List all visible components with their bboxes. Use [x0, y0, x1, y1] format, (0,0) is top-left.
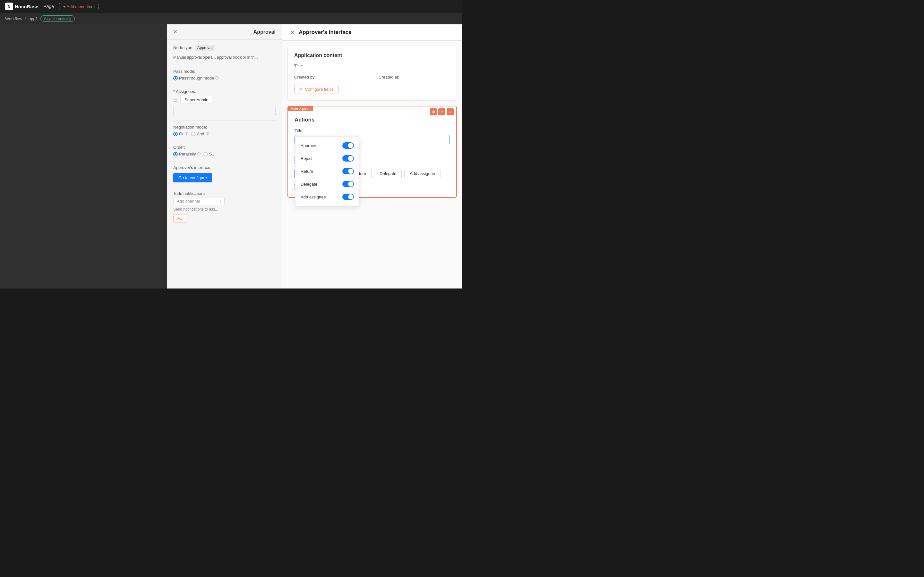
- add-channel-select[interactable]: Add channel ▾: [173, 197, 225, 205]
- divider-3: [173, 121, 276, 121]
- dropdown-return-label: Return: [300, 169, 313, 174]
- add-menu-button[interactable]: + Add menu item: [59, 3, 99, 10]
- order-s-item: S...: [204, 152, 216, 156]
- toggle-reject[interactable]: [342, 155, 354, 161]
- created-at-col: Created at: [379, 75, 450, 81]
- drag-handle[interactable]: ☰: [173, 97, 178, 103]
- breadcrumb-app1[interactable]: app1: [29, 16, 38, 21]
- negotiation-or-label: Or: [179, 131, 184, 136]
- negotiation-mode-label: Negotiation mode:: [173, 125, 276, 129]
- logo-icon: N: [5, 3, 13, 10]
- pass-mode-radio-item: Passthrough mode ⓘ: [173, 76, 219, 81]
- dropdown-approve-label: Approve: [300, 143, 316, 148]
- logo: N NocoBase: [5, 3, 38, 10]
- title-field-row: Title: [294, 63, 450, 68]
- order-parallelly-label: Parallelly: [179, 152, 196, 156]
- assignees-row-container: * Assignees: ☰ Super Admin: [173, 89, 276, 116]
- card-toolbar: ⊞ + ≡: [430, 108, 454, 115]
- created-by-label: Created by: [294, 75, 366, 79]
- approval-panel-body: Node type: Approval Manual approval oper…: [167, 40, 282, 232]
- approver-interface-label: Approver's interface:: [173, 165, 276, 170]
- go-configure-button[interactable]: Go to configure: [173, 173, 212, 182]
- assignees-input[interactable]: [173, 106, 276, 116]
- negotiation-and-radio[interactable]: [191, 132, 195, 136]
- negotiation-or-item: Or ⓘ: [173, 131, 188, 136]
- pass-mode-label: Pass mode:: [173, 69, 276, 74]
- node-type-label: Node type:: [173, 45, 194, 50]
- pass-mode-radio[interactable]: [173, 76, 178, 81]
- description-text: Manual approval opera... approval block …: [173, 55, 276, 60]
- configure-fields-label: Configure fields: [305, 87, 334, 92]
- toolbar-add-button[interactable]: +: [438, 108, 445, 115]
- order-parallelly-radio[interactable]: [173, 152, 178, 156]
- order-parallelly-item: Parallelly ⓘ: [173, 152, 201, 156]
- toggle-add-assignee[interactable]: [342, 193, 354, 200]
- main-layout: ✕ Approval Node type: Approval Manual ap…: [0, 24, 462, 288]
- assignees-row: ☰ Super Admin: [173, 96, 276, 104]
- top-nav: N NocoBase Page + Add menu item: [0, 0, 462, 13]
- pass-mode-radio-group: Passthrough mode ⓘ: [173, 76, 276, 81]
- order-s-radio[interactable]: [204, 152, 208, 156]
- negotiation-or-radio[interactable]: [173, 132, 178, 136]
- created-row: Created by Created at: [294, 75, 450, 81]
- actions-dropdown-popup: Approve Reject Return Delegate Add assig…: [295, 136, 359, 206]
- dropdown-item-delegate: Delegate: [296, 177, 359, 190]
- negotiation-mode-row: Negotiation mode: Or ⓘ And ⓘ: [173, 125, 276, 136]
- pass-mode-row: Pass mode: Passthrough mode ⓘ: [173, 69, 276, 81]
- gear-icon: ⚙: [299, 87, 303, 92]
- created-at-label: Created at: [379, 75, 450, 79]
- notify-text: Send notifications to ass...: [173, 207, 276, 211]
- breadcrumb-bar: Workflow / app1 Asynchronously: [0, 13, 462, 24]
- breadcrumb-workflow[interactable]: Workflow: [5, 16, 22, 21]
- toolbar-grid-button[interactable]: ⊞: [430, 108, 437, 115]
- toggle-return[interactable]: [342, 168, 354, 174]
- order-label: Order:: [173, 145, 276, 150]
- add-button[interactable]: A...: [173, 214, 187, 222]
- node-type-row: Node type: Approval: [173, 45, 276, 50]
- application-content-title: Application content: [294, 53, 450, 58]
- add-assignee-button[interactable]: Add assignee: [404, 169, 441, 178]
- assignee-tag: Super Admin: [180, 96, 212, 104]
- divider-4: [173, 141, 276, 141]
- approver-interface-panel: ✕ Approver's interface Application conte…: [282, 24, 462, 288]
- actions-section: Main > posts ⊞ + ≡ Actions Title ⚙ Confi…: [282, 106, 462, 203]
- title-field-label: Title: [294, 63, 450, 68]
- delegate-button[interactable]: Delegate: [374, 169, 402, 178]
- add-channel-placeholder: Add channel: [177, 199, 200, 203]
- assignees-label: * Assignees:: [173, 89, 276, 94]
- actions-title: Actions: [294, 117, 450, 123]
- dropdown-add-assignee-label: Add assignee: [300, 195, 326, 199]
- breadcrumb-separator: /: [25, 16, 26, 21]
- application-content-card: Application content Title Created by Cre…: [288, 46, 457, 101]
- logo-text: NocoBase: [15, 4, 38, 9]
- info-icon-and[interactable]: ⓘ: [206, 131, 209, 136]
- approver-interface-row: Approver's interface: Go to configure: [173, 165, 276, 182]
- actions-title-label: Title: [294, 128, 450, 133]
- dropdown-delegate-label: Delegate: [300, 182, 317, 187]
- dropdown-item-add-assignee: Add assignee: [296, 190, 359, 203]
- info-icon-order[interactable]: ⓘ: [197, 152, 201, 156]
- todo-notifications-label: Todo notifications:: [173, 191, 276, 196]
- card-breadcrumb-tag: Main > posts: [288, 106, 313, 111]
- info-icon-pass-mode[interactable]: ⓘ: [215, 76, 219, 81]
- node-type-value: Approval: [195, 45, 215, 51]
- created-by-col: Created by: [294, 75, 366, 81]
- toggle-approve[interactable]: [342, 142, 354, 149]
- info-icon-or[interactable]: ⓘ: [185, 131, 188, 136]
- approval-panel-title: Approval: [254, 29, 276, 35]
- approver-interface-header: ✕ Approver's interface: [282, 24, 462, 41]
- approval-close-button[interactable]: ✕: [173, 29, 178, 35]
- order-row: Order: Parallelly ⓘ S...: [173, 145, 276, 156]
- toggle-delegate[interactable]: [342, 181, 354, 187]
- divider-1: [173, 65, 276, 65]
- async-badge: Asynchronously: [40, 15, 75, 22]
- order-radio-group: Parallelly ⓘ S...: [173, 152, 276, 156]
- approver-interface-close-button[interactable]: ✕: [290, 29, 295, 36]
- toolbar-list-button[interactable]: ≡: [447, 108, 454, 115]
- configure-fields-button[interactable]: ⚙ Configure fields: [294, 85, 338, 94]
- order-s-label: S...: [209, 152, 216, 156]
- nav-page[interactable]: Page: [43, 4, 54, 9]
- approval-panel: ✕ Approval Node type: Approval Manual ap…: [167, 24, 282, 288]
- add-menu-label: + Add menu item: [63, 4, 95, 9]
- description-row: Manual approval opera... approval block …: [173, 55, 276, 60]
